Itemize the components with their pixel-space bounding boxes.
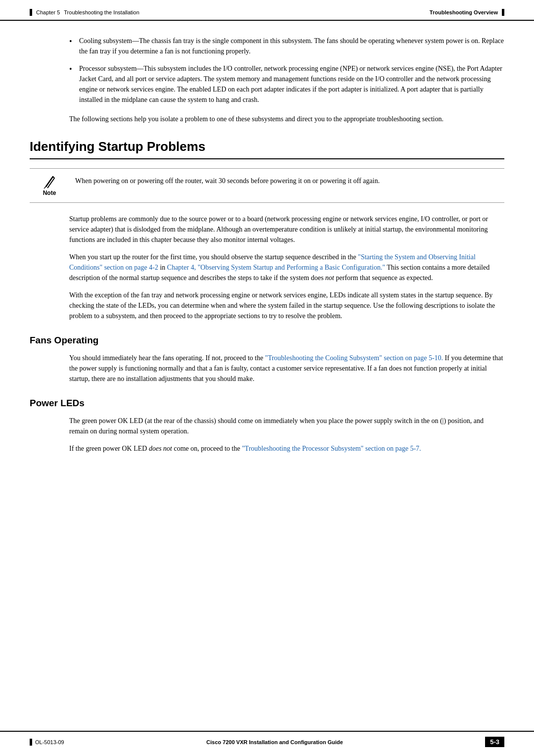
header-chapter-title: Troubleshooting the Installation: [64, 9, 139, 15]
main-content: Cooling subsystem—The chassis fan tray i…: [0, 21, 534, 500]
page-container: Chapter 5 Troubleshooting the Installati…: [0, 0, 534, 756]
footer-center-text: Cisco 7200 VXR Installation and Configur…: [206, 739, 343, 745]
intro-paragraph: The following sections help you isolate …: [69, 114, 504, 124]
power-para2-link[interactable]: "Troubleshooting the Processor Subsystem…: [242, 445, 421, 452]
page-footer: OL-5013-09 Cisco 7200 VXR Installation a…: [0, 731, 534, 756]
note-content: When powering on or powering off the rou…: [75, 175, 504, 196]
header-right-bar: [502, 9, 504, 16]
footer-page-num-text: 5-3: [490, 738, 499, 746]
note-box: Note When powering on or powering off th…: [30, 168, 504, 203]
power-para2-before: If the green power OK LED: [69, 445, 149, 452]
bullet-processor-text: Processor subsystem—This subsystem inclu…: [79, 65, 502, 103]
note-pencil-icon: [43, 175, 56, 189]
header-section-title: Troubleshooting Overview: [430, 9, 498, 15]
para2-before-link1: When you start up the router for the fir…: [69, 253, 358, 261]
bullet-list: Cooling subsystem—The chassis fan tray i…: [69, 36, 504, 105]
footer-left: OL-5013-09: [30, 739, 64, 746]
header-chapter: Chapter 5: [36, 9, 60, 15]
bullet-item-cooling: Cooling subsystem—The chassis fan tray i…: [69, 36, 504, 56]
bullet-item-processor: Processor subsystem—This subsystem inclu…: [69, 63, 504, 105]
fans-heading: Fans Operating: [30, 335, 504, 346]
body-para-1: Startup problems are commonly due to the…: [69, 214, 504, 245]
power-para2-italic: does not: [149, 445, 172, 452]
note-label: Note: [43, 189, 56, 196]
body-para-3: With the exception of the fan tray and n…: [69, 290, 504, 321]
power-para-1: The green power OK LED (at the rear of t…: [69, 416, 504, 436]
power-para2-middle: come on, proceed to the: [172, 445, 242, 452]
fans-link[interactable]: "Troubleshooting the Cooling Subsystem" …: [265, 354, 443, 362]
power-heading: Power LEDs: [30, 398, 504, 409]
footer-center: Cisco 7200 VXR Installation and Configur…: [206, 739, 343, 745]
bullet-cooling-text: Cooling subsystem—The chassis fan tray i…: [79, 37, 504, 55]
major-heading: Identifying Startup Problems: [30, 139, 504, 159]
para2-italic: not: [325, 274, 334, 282]
para2-link2[interactable]: Chapter 4, "Observing System Startup and…: [167, 264, 385, 271]
para2-after2: perform that sequence as expected.: [334, 274, 433, 282]
note-icon-column: Note: [30, 175, 69, 196]
header-right: Troubleshooting Overview: [430, 9, 504, 16]
power-para-2: If the green power OK LED does not come …: [69, 443, 504, 454]
body-para-2: When you start up the router for the fir…: [69, 252, 504, 283]
footer-page-number: 5-3: [485, 737, 504, 747]
header-left-bar: [30, 9, 32, 16]
page-header: Chapter 5 Troubleshooting the Installati…: [0, 0, 534, 21]
footer-doc-id: OL-5013-09: [35, 739, 64, 745]
svg-line-2: [44, 188, 45, 189]
para2-between: in: [158, 264, 167, 271]
header-left: Chapter 5 Troubleshooting the Installati…: [30, 9, 139, 16]
fans-before-link: You should immediately hear the fans ope…: [69, 354, 265, 362]
fans-paragraph: You should immediately hear the fans ope…: [69, 353, 504, 384]
footer-left-bar: [30, 739, 32, 746]
